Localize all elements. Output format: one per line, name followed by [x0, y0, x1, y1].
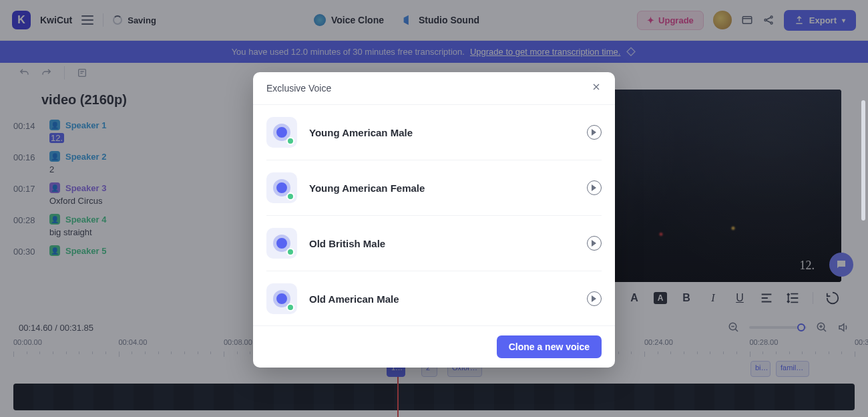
voice-name: Old British Male — [309, 238, 575, 249]
modal-title: Exclusive Voice — [266, 83, 331, 94]
voice-avatar — [266, 172, 297, 203]
play-icon[interactable] — [587, 180, 602, 195]
modal-header: Exclusive Voice — [253, 72, 615, 105]
voice-row[interactable]: Young American Male — [266, 105, 602, 160]
voice-avatar — [266, 228, 297, 259]
voice-list: Young American Male Young American Femal… — [253, 105, 615, 325]
voice-row[interactable]: Old American Male — [266, 271, 602, 325]
voice-row[interactable]: Young American Female — [266, 160, 602, 216]
voice-row[interactable]: Old British Male — [266, 216, 602, 271]
voice-avatar — [266, 117, 297, 148]
voice-avatar — [266, 283, 297, 314]
modal-scrim[interactable]: Exclusive Voice Young American Male Youn… — [0, 0, 868, 417]
voice-name: Young American Female — [309, 182, 575, 194]
clone-voice-button[interactable]: Clone a new voice — [497, 335, 602, 358]
play-icon[interactable] — [587, 236, 602, 251]
close-icon[interactable] — [591, 82, 602, 95]
modal-footer: Clone a new voice — [253, 325, 615, 368]
play-icon[interactable] — [587, 291, 602, 306]
voice-name: Old American Male — [309, 293, 575, 305]
exclusive-voice-modal: Exclusive Voice Young American Male Youn… — [253, 72, 615, 368]
voice-name: Young American Male — [309, 127, 575, 138]
play-icon[interactable] — [587, 125, 602, 140]
